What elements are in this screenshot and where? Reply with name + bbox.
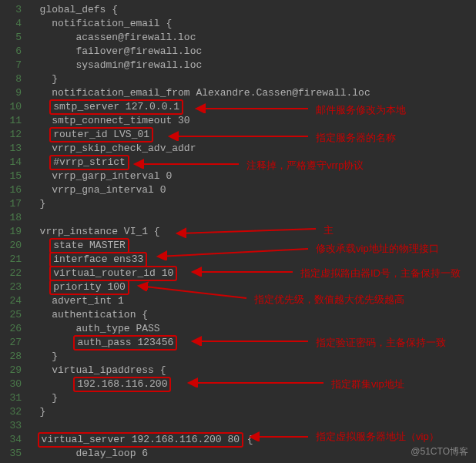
code-content: smtp_connect_timeout 30 (28, 114, 190, 128)
code-line: 31 } (0, 391, 476, 405)
code-text: delay_loop 6 (75, 448, 148, 459)
code-content: interface ens33 (28, 252, 145, 267)
code-line: 30 192.168.116.200 (0, 377, 476, 391)
line-number: 7 (0, 59, 28, 72)
code-content: 192.168.116.200 (28, 377, 169, 392)
code-text: } (40, 406, 46, 418)
code-content: vrrp_skip_check_adv_addr (28, 142, 196, 156)
code-line: 13 vrrp_skip_check_adv_addr (0, 142, 476, 156)
annotation-label: 指定服务器的名称 (316, 131, 396, 145)
line-number: 29 (0, 364, 28, 377)
code-text: authentication { (52, 309, 148, 320)
code-line: 35 delay_loop 6 (0, 447, 476, 461)
code-text: } (40, 198, 46, 210)
code-content: auth_pass 123456 (28, 335, 175, 351)
code-line: 28 } (0, 350, 476, 364)
highlighted-code: interface ens33 (49, 252, 147, 267)
code-line: 29 virtual_ipaddress { (0, 364, 476, 377)
code-text: advert_int 1 (52, 295, 124, 307)
code-line: 8 } (0, 72, 476, 86)
code-content: notification_email_from Alexandre.Cassen… (28, 86, 370, 100)
code-text: global_defs { (40, 4, 118, 15)
annotation-label: 修改承载vip地址的物理接口 (316, 242, 439, 256)
code-content: virtual_ipaddress { (28, 364, 166, 377)
code-text: acassen@firewall.loc (75, 32, 196, 43)
code-line: 6 failover@firewall.loc (0, 45, 476, 59)
code-line: 24 advert_int 1 (0, 294, 476, 308)
code-line: 4 notification_email { (0, 17, 476, 31)
highlighted-code: virtual_server 192.168.116.200 80 (38, 432, 243, 448)
line-number: 30 (0, 377, 28, 391)
code-line: 7 sysadmin@firewall.loc (0, 59, 476, 72)
code-text: vrrp_instance VI_1 { (40, 226, 160, 237)
code-content: sysadmin@firewall.loc (28, 59, 202, 72)
highlighted-code: router_id LVS_01 (49, 127, 153, 143)
code-line: 19 vrrp_instance VI_1 { (0, 225, 476, 239)
line-number: 35 (0, 447, 28, 461)
annotation-label: 邮件服务修改为本地 (316, 103, 406, 117)
code-editor: 3 global_defs {4 notification_email {5 a… (0, 0, 476, 463)
annotation-label: 指定虚拟路由器ID号，主备保持一致 (300, 267, 461, 280)
code-text: notification_email { (52, 18, 172, 29)
code-content: notification_email { (28, 17, 172, 31)
code-content: } (28, 391, 58, 405)
line-number: 20 (0, 239, 28, 253)
code-line: 16 vrrp_gna_interval 0 (0, 183, 476, 197)
code-line: 9 notification_email_from Alexandre.Cass… (0, 86, 476, 100)
code-text: sysadmin@firewall.loc (75, 59, 202, 71)
line-number: 27 (0, 336, 28, 350)
code-line: 14 #vrrp_strict (0, 156, 476, 169)
code-content: global_defs { (28, 3, 118, 17)
watermark: @51CTO博客 (411, 445, 468, 458)
code-line: 18 (0, 211, 476, 225)
code-content: } (28, 350, 58, 364)
code-text: auth_type PASS (75, 323, 159, 334)
line-number: 17 (0, 197, 28, 211)
code-text: } (52, 73, 58, 85)
code-content: advert_int 1 (28, 294, 124, 308)
code-content: vrrp_instance VI_1 { (28, 225, 160, 239)
line-number: 32 (0, 405, 28, 419)
line-number: 5 (0, 31, 28, 45)
annotation-label: 指定虚拟服务器地址（vip） (316, 430, 439, 444)
code-text: virtual_ipaddress { (52, 364, 166, 376)
line-number: 34 (0, 433, 28, 447)
code-line: 32 } (0, 405, 476, 419)
annotation-label: 指定验证密码，主备保持一致 (316, 336, 446, 350)
highlighted-code: #vrrp_strict (49, 155, 129, 170)
highlighted-code: state MASTER (49, 238, 129, 253)
line-number: 26 (0, 322, 28, 336)
code-content: virtual_router_id 10 (28, 266, 175, 281)
line-number: 16 (0, 183, 28, 197)
code-content: router_id LVS_01 (28, 127, 151, 143)
code-line: 17 } (0, 197, 476, 211)
line-number: 13 (0, 142, 28, 156)
code-content: acassen@firewall.loc (28, 31, 196, 45)
code-content: authentication { (28, 308, 148, 322)
code-text: vrrp_garp_interval 0 (52, 170, 172, 182)
code-content: state MASTER (28, 238, 127, 253)
code-content: #vrrp_strict (28, 155, 127, 170)
code-line: 12 router_id LVS_01 (0, 128, 476, 142)
highlighted-code: smtp_server 127.0.0.1 (49, 99, 183, 115)
annotation-label: 注释掉，严格遵守vrrp协议 (246, 159, 364, 173)
annotation-label: 指定群集vip地址 (331, 377, 404, 391)
code-line: 5 acassen@firewall.loc (0, 31, 476, 45)
code-text: } (52, 392, 58, 404)
code-content: failover@firewall.loc (28, 45, 202, 59)
code-content: delay_loop 6 (28, 447, 148, 461)
code-text: notification_email_from Alexandre.Cassen… (52, 87, 370, 99)
code-content: } (28, 405, 45, 419)
code-text: vrrp_gna_interval 0 (52, 184, 166, 196)
code-content: } (28, 197, 45, 211)
line-number: 11 (0, 114, 28, 128)
code-content: priority 100 (28, 280, 127, 295)
line-number: 10 (0, 100, 28, 114)
line-number: 24 (0, 294, 28, 308)
code-content: vrrp_garp_interval 0 (28, 169, 172, 183)
code-line: 23 priority 100 (0, 280, 476, 294)
annotation-label: 主 (323, 223, 334, 237)
line-number: 14 (0, 156, 28, 169)
code-text: } (52, 351, 58, 362)
highlighted-code: virtual_router_id 10 (49, 266, 177, 281)
